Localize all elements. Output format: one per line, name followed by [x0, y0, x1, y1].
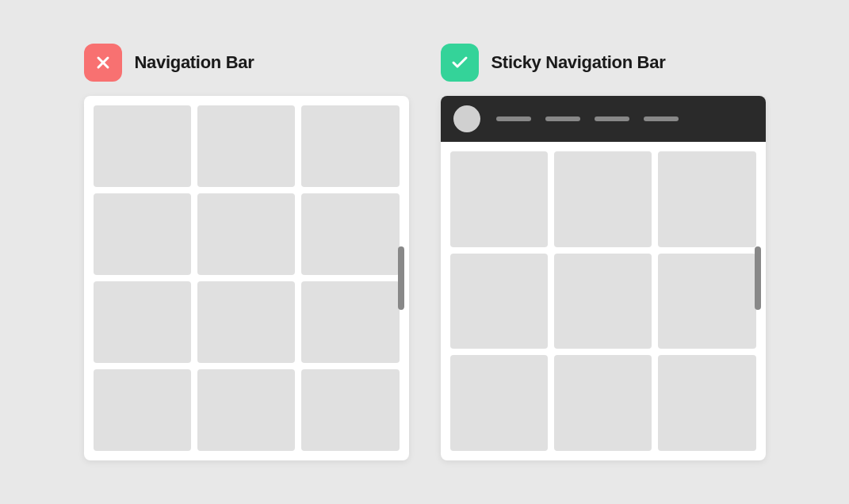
nav-link-bar	[644, 116, 679, 121]
mockup-navigation-bar	[84, 96, 409, 460]
grid-cell	[301, 105, 399, 187]
grid-left	[94, 105, 400, 451]
panel-navigation-bar-title: Navigation Bar	[135, 52, 254, 73]
panel-sticky-navigation-bar: Sticky Navigation Bar	[441, 44, 766, 460]
grid-content-right	[441, 142, 766, 460]
main-container: Navigation Bar	[52, 20, 797, 484]
icon-badge-check	[441, 44, 479, 82]
nav-link-bar	[595, 116, 629, 121]
grid-cell	[94, 369, 191, 451]
grid-cell	[197, 193, 295, 275]
grid-right	[450, 151, 756, 451]
grid-cell	[197, 369, 295, 451]
scrollbar-right[interactable]	[755, 246, 761, 310]
panel-navigation-bar-header: Navigation Bar	[84, 44, 409, 82]
nav-links	[496, 116, 679, 121]
scrollbar-left[interactable]	[398, 246, 404, 310]
grid-cell	[94, 193, 191, 275]
sticky-nav-bar	[441, 96, 766, 142]
panel-navigation-bar: Navigation Bar	[84, 44, 409, 460]
panel-sticky-navigation-bar-title: Sticky Navigation Bar	[491, 52, 666, 73]
grid-cell	[658, 254, 755, 349]
icon-badge-x	[84, 44, 122, 82]
nav-link-bar	[545, 116, 580, 121]
grid-content-left	[84, 96, 409, 460]
grid-cell	[554, 355, 652, 451]
grid-cell	[450, 355, 548, 451]
mockup-sticky-navigation-bar	[441, 96, 766, 460]
grid-cell	[658, 355, 755, 451]
grid-cell	[197, 281, 295, 363]
grid-cell	[94, 281, 191, 363]
panel-sticky-navigation-bar-header: Sticky Navigation Bar	[441, 44, 766, 82]
grid-cell	[450, 254, 548, 349]
grid-cell	[197, 105, 295, 187]
grid-cell	[301, 369, 399, 451]
nav-link-bar	[496, 116, 531, 121]
nav-logo	[453, 105, 480, 132]
grid-cell	[554, 151, 652, 247]
grid-cell	[658, 151, 755, 247]
grid-cell	[301, 281, 399, 363]
grid-cell	[94, 105, 191, 187]
grid-cell	[301, 193, 399, 275]
grid-cell	[450, 151, 548, 247]
grid-cell	[554, 254, 652, 349]
